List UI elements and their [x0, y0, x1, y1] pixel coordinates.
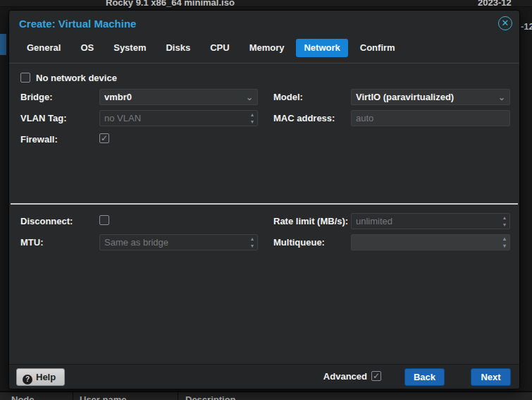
mtu-placeholder: Same as bridge	[104, 237, 168, 248]
firewall-label: Firewall:	[20, 134, 58, 145]
mtu-spinner[interactable]: Same as bridge ▴▾	[99, 234, 258, 250]
vlan-tag-label: VLAN Tag:	[20, 113, 66, 123]
mac-address-label: MAC address:	[273, 113, 335, 123]
advanced-checkbox[interactable]: ✓	[371, 371, 381, 381]
model-label: Model:	[273, 92, 303, 102]
tab-system[interactable]: System	[106, 39, 154, 57]
mac-address-placeholder: auto	[356, 113, 373, 123]
column-divider	[178, 392, 178, 400]
model-combobox[interactable]: VirtIO (paravirtualized) ⌄	[351, 89, 510, 105]
advanced-section-divider	[11, 203, 518, 205]
chevron-down-icon[interactable]: ⌄	[498, 92, 505, 102]
bridge-value: vmbr0	[104, 90, 132, 104]
tab-cpu[interactable]: CPU	[202, 39, 237, 57]
column-header-description: Description	[185, 394, 236, 400]
mac-address-input[interactable]: auto	[351, 110, 510, 126]
rate-limit-placeholder: unlimited	[356, 216, 392, 226]
iso-filename: Rocky 9.1 x86_64 minimal.iso	[106, 0, 235, 8]
spinner-up-down-icon[interactable]: ▴▾	[503, 236, 506, 250]
tab-disks[interactable]: Disks	[158, 39, 198, 57]
firewall-checkbox[interactable]: ✓	[99, 133, 109, 143]
iso-date: 2023-12	[478, 0, 512, 8]
question-circle-icon: ?	[23, 375, 32, 384]
bridge-combobox[interactable]: vmbr0 ⌄	[99, 89, 258, 105]
spinner-up-down-icon[interactable]: ▴▾	[251, 111, 254, 126]
rate-limit-spinner[interactable]: unlimited ▴▾	[351, 213, 510, 229]
task-table-header: Node User name Description	[0, 391, 532, 400]
date-fragment: -12	[521, 21, 532, 32]
checkbox-mark: ✓	[373, 371, 380, 381]
bridge-label: Bridge:	[20, 92, 53, 102]
checkbox-mark: ✓	[101, 133, 108, 143]
vlan-tag-spinner[interactable]: no VLAN ▴▾	[99, 110, 258, 126]
chevron-down-icon[interactable]: ⌄	[246, 92, 253, 102]
wizard-tabs: General OS System Disks CPU Memory Netwo…	[19, 39, 403, 57]
tab-network[interactable]: Network	[296, 39, 347, 57]
background-selection-sliver	[0, 34, 6, 55]
screen: Rocky 9.1 x86_64 minimal.iso 2023-12 -12…	[0, 0, 532, 400]
multiqueue-spinner[interactable]: ▴▾	[351, 234, 510, 250]
dialog-title: Create: Virtual Machine	[19, 18, 136, 30]
create-vm-dialog: Create: Virtual Machine ✕ General OS Sys…	[8, 10, 520, 389]
no-network-device-label: No network device	[36, 73, 117, 83]
tab-os[interactable]: OS	[73, 39, 101, 57]
help-button[interactable]: ?Help	[16, 368, 65, 386]
disconnect-checkbox[interactable]	[99, 215, 109, 225]
spinner-up-down-icon[interactable]: ▴▾	[251, 236, 254, 250]
column-header-username: User name	[80, 394, 126, 400]
model-value: VirtIO (paravirtualized)	[356, 90, 454, 104]
next-button[interactable]: Next	[471, 368, 511, 386]
network-form: No network device Bridge: vmbr0 ⌄ Model:…	[9, 63, 519, 364]
rate-limit-label: Rate limit (MB/s):	[273, 216, 348, 226]
dialog-footer: ?Help Advanced ✓ Back Next	[9, 364, 519, 389]
help-label: Help	[36, 372, 56, 382]
disconnect-label: Disconnect:	[20, 216, 73, 226]
column-header-node: Node	[11, 394, 35, 400]
back-button[interactable]: Back	[404, 368, 445, 386]
spinner-up-down-icon[interactable]: ▴▾	[503, 214, 506, 229]
column-divider	[73, 392, 73, 400]
no-network-device-checkbox[interactable]	[20, 73, 30, 83]
tab-confirm[interactable]: Confirm	[352, 39, 403, 57]
tab-memory[interactable]: Memory	[242, 39, 292, 57]
background-iso-row: Rocky 9.1 x86_64 minimal.iso 2023-12	[0, 0, 532, 7]
mtu-label: MTU:	[20, 237, 44, 248]
advanced-label: Advanced	[323, 371, 367, 382]
vlan-tag-placeholder: no VLAN	[104, 113, 141, 123]
multiqueue-label: Multiqueue:	[273, 237, 325, 248]
tab-general[interactable]: General	[19, 39, 68, 57]
close-icon[interactable]: ✕	[498, 16, 512, 30]
